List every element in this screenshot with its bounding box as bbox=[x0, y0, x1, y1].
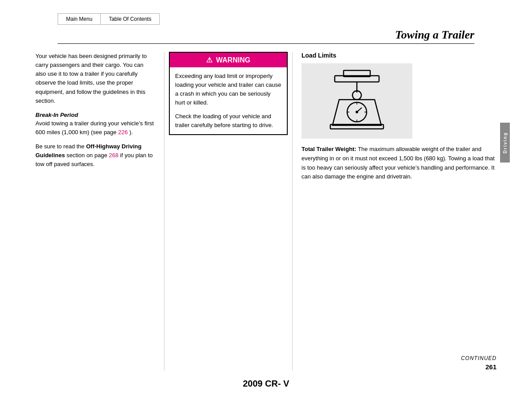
warning-label: WARNING bbox=[216, 56, 250, 64]
break-in-link[interactable]: 226 bbox=[118, 129, 128, 136]
main-menu-button[interactable]: Main Menu bbox=[58, 13, 100, 25]
scale-svg bbox=[310, 68, 403, 134]
page-wrapper: Main Menu Table Of Contents Towing a Tra… bbox=[0, 0, 532, 395]
offhighway-link[interactable]: 268 bbox=[109, 152, 119, 159]
total-trailer-weight-text: Total Trailer Weight: The maximum allowa… bbox=[301, 145, 497, 182]
side-tab-label: Driving bbox=[503, 132, 508, 153]
warning-header: ⚠ WARNING bbox=[170, 53, 287, 67]
footer-model: 2009 CR- V bbox=[0, 371, 532, 395]
continued-label: CONTINUED bbox=[461, 355, 497, 361]
top-nav: Main Menu Table Of Contents bbox=[0, 13, 532, 25]
break-in-section: Break-In Period Avoid towing a trailer d… bbox=[35, 112, 155, 137]
total-trailer-weight-label: Total Trailer Weight: bbox=[301, 146, 356, 152]
break-in-body-post: ). bbox=[128, 129, 133, 136]
offhighway-paragraph: Be sure to read the Off-Highway Driving … bbox=[35, 142, 155, 169]
load-limits-title: Load Limits bbox=[301, 52, 497, 59]
page-title: Towing a Trailer bbox=[395, 28, 474, 42]
page-number: 261 bbox=[485, 363, 497, 371]
right-column: Load Limits bbox=[293, 52, 497, 371]
top-divider bbox=[58, 43, 474, 44]
break-in-body-pre: Avoid towing a trailer during your vehic… bbox=[35, 120, 154, 136]
warning-text-2: Check the loading of your vehicle and tr… bbox=[175, 112, 282, 130]
break-in-title: Break-In Period bbox=[35, 112, 155, 118]
toc-button[interactable]: Table Of Contents bbox=[100, 13, 160, 25]
title-area: Towing a Trailer bbox=[0, 28, 532, 42]
svg-line-8 bbox=[357, 108, 362, 112]
warning-triangle-icon: ⚠ bbox=[206, 56, 212, 64]
scale-image bbox=[301, 63, 412, 139]
warning-text-1: Exceeding any load limit or improperly l… bbox=[175, 72, 282, 108]
offhighway-mid: section on page bbox=[65, 152, 109, 159]
intro-paragraph: Your vehicle has been designed primarily… bbox=[35, 52, 155, 105]
right-bottom: CONTINUED 261 bbox=[301, 337, 497, 371]
load-limits-section: Load Limits bbox=[301, 52, 497, 182]
offhighway-pre: Be sure to read the bbox=[35, 143, 86, 150]
left-column: Your vehicle has been designed primarily… bbox=[35, 52, 164, 371]
driving-side-tab: Driving bbox=[500, 123, 510, 163]
middle-column: ⚠ WARNING Exceeding any load limit or im… bbox=[164, 52, 293, 371]
break-in-body: Avoid towing a trailer during your vehic… bbox=[35, 119, 155, 137]
content-columns: Your vehicle has been designed primarily… bbox=[35, 52, 497, 371]
warning-box: ⚠ WARNING Exceeding any load limit or im… bbox=[169, 52, 288, 135]
warning-body: Exceeding any load limit or improperly l… bbox=[170, 67, 287, 134]
main-content: Driving Your vehicle has been designed p… bbox=[0, 52, 532, 371]
